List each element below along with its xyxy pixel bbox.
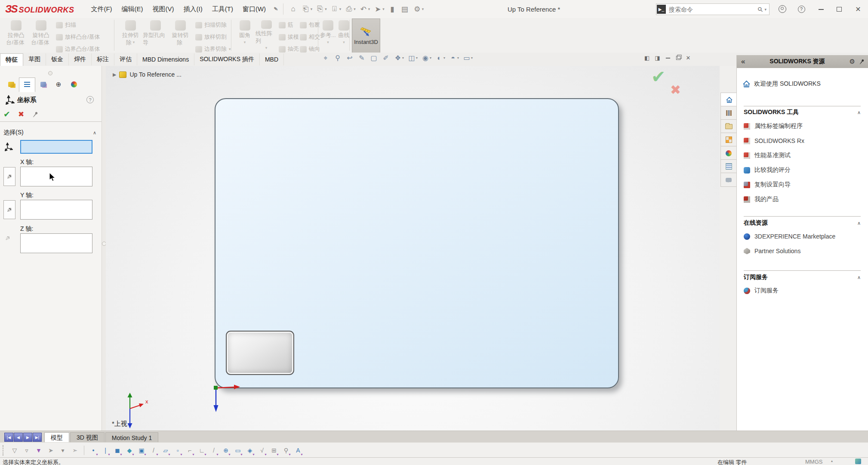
commandmanager-tab[interactable]: MBD xyxy=(260,53,284,65)
headsup-button[interactable]: ✐ xyxy=(381,54,391,62)
dropdown-caret-icon[interactable]: ▾ xyxy=(325,7,327,11)
menu-item[interactable]: 窗口(W) xyxy=(238,3,271,16)
search-input[interactable] xyxy=(666,6,758,13)
filter-button[interactable]: ∟ xyxy=(197,446,206,455)
dropdown-caret-icon[interactable]: ▾ xyxy=(354,7,356,11)
ribbon-small-button[interactable]: 扫描切除 xyxy=(195,21,231,29)
ribbon-big-button[interactable]: 线性阵列 ▾ xyxy=(255,19,277,52)
search-caret-icon[interactable]: ▾ xyxy=(764,7,766,12)
document-tab[interactable]: Motion Study 1 xyxy=(105,432,158,443)
quickbar-button[interactable]: ➤ ▾ xyxy=(372,4,386,15)
commandmanager-tab[interactable]: 评估 xyxy=(114,53,137,65)
panel-collapse-handle[interactable] xyxy=(48,71,52,75)
x-axis-reverse-button[interactable] xyxy=(3,167,15,186)
units-selector[interactable]: MMGS xyxy=(805,459,822,465)
part-boss-feature[interactable] xyxy=(226,331,294,375)
dropdown-caret-icon[interactable]: ▾ xyxy=(339,7,342,11)
dropdown-caret-icon[interactable]: ▾ xyxy=(422,7,424,11)
tab-configurationmanager[interactable] xyxy=(35,78,51,91)
quickbar-button[interactable]: ⎘ ▾ xyxy=(314,4,328,14)
tab-view-palette[interactable] xyxy=(720,133,736,147)
filter-button[interactable]: ▽ xyxy=(10,446,19,455)
quickbar-button[interactable]: ⌂ xyxy=(288,4,299,14)
taskpane-item[interactable]: 性能基准测试 xyxy=(744,148,864,163)
prev-tab-button[interactable]: ◀ xyxy=(14,433,23,442)
dropdown-caret-icon[interactable]: ▾ xyxy=(471,56,473,60)
quickbar-button[interactable]: ⎙ ▾ xyxy=(343,4,357,14)
cancel-button[interactable]: ✖ xyxy=(18,110,24,119)
y-axis-input[interactable] xyxy=(20,200,92,220)
first-tab-button[interactable]: |◀ xyxy=(4,433,13,442)
ribbon-small-button[interactable]: 抽壳 xyxy=(279,45,299,53)
toolbar-drag-handle[interactable] xyxy=(3,445,5,456)
tab-design-library[interactable] xyxy=(720,106,736,120)
menu-item[interactable]: 文件(F) xyxy=(86,3,117,16)
collapse-chevron-icon[interactable]: ∧ xyxy=(857,275,861,280)
quickbar-button[interactable]: ⍗ ▾ xyxy=(329,4,343,14)
taskpane-item[interactable]: Partner Solutions xyxy=(744,244,864,258)
gear-icon[interactable]: ⚙ xyxy=(850,58,855,65)
commandmanager-tab[interactable]: 草图 xyxy=(23,53,46,65)
taskpane-item[interactable]: 订阅服务 xyxy=(744,283,864,298)
taskpane-item[interactable]: 比较我的评分 xyxy=(744,163,864,177)
help-icon[interactable]: ? xyxy=(86,96,94,103)
confirm-cancel-icon[interactable]: ✖ xyxy=(670,82,681,97)
pin-icon[interactable] xyxy=(857,57,866,66)
section-header-online[interactable]: 在线资源 ∧ xyxy=(744,219,861,227)
ribbon-small-button[interactable]: 拔模 xyxy=(279,33,299,41)
commandmanager-tab[interactable]: 特征 xyxy=(0,53,23,66)
quickbar-button[interactable]: ⎗ ▾ xyxy=(300,4,314,14)
filter-button[interactable]: / xyxy=(209,446,219,455)
filter-button[interactable]: ▫ xyxy=(173,446,182,455)
z-axis-reverse-button[interactable] xyxy=(4,235,11,242)
ribbon-big-button[interactable]: 旋转切 除 xyxy=(168,19,193,52)
ribbon-small-button[interactable]: 筋 xyxy=(279,21,299,29)
section-header-tools[interactable]: SOLIDWORKS 工具 ∧ xyxy=(744,108,861,116)
collapse-chevron-icon[interactable]: ∧ xyxy=(857,220,861,226)
dropdown-caret-icon[interactable]: ▾ xyxy=(443,56,445,60)
filter-button[interactable]: ◈ xyxy=(245,446,255,455)
minimize-button[interactable] xyxy=(814,0,828,18)
headsup-button[interactable]: ⌖ xyxy=(320,54,331,62)
headsup-button[interactable]: ◫ ▾ xyxy=(406,54,419,62)
commandmanager-tab[interactable]: 标注 xyxy=(92,53,114,65)
tag-icon[interactable] xyxy=(855,459,861,464)
dropdown-caret-icon[interactable]: ▾ xyxy=(382,7,385,11)
filter-button[interactable]: ▣ xyxy=(137,446,146,455)
filter-button[interactable]: ⚲ xyxy=(281,446,291,455)
dropdown-caret-icon[interactable]: ▾ xyxy=(457,56,459,60)
selection-group-header[interactable]: 选择(S) ∧ xyxy=(0,127,102,138)
ribbon-small-button[interactable]: 相交 xyxy=(300,33,320,41)
dropdown-caret-icon[interactable]: ▾ xyxy=(430,56,431,60)
taskpane-item[interactable]: SOLIDWORKS Rx xyxy=(744,133,864,148)
selection-input[interactable] xyxy=(20,140,92,154)
dropdown-caret-icon[interactable]: ▾ xyxy=(368,7,370,11)
ribbon-small-button[interactable]: 镜向 xyxy=(300,45,320,53)
welcome-link[interactable]: 欢迎使用 SOLIDWORKS xyxy=(743,80,821,88)
section-header-subscription[interactable]: 订阅服务 ∧ xyxy=(744,273,861,281)
ribbon-big-button[interactable]: 拉伸凸 台/基体 xyxy=(3,19,28,52)
filter-button[interactable]: ▼ xyxy=(34,446,43,455)
filter-button[interactable]: • xyxy=(89,446,98,455)
command-search[interactable]: ▶_ ⚲ ▾ xyxy=(656,3,770,15)
pane-split-right-icon[interactable]: ◨ xyxy=(655,55,660,61)
ribbon-small-button[interactable]: 包覆 xyxy=(300,21,320,29)
help-button[interactable]: ? xyxy=(794,0,809,18)
collapse-chevron-icon[interactable]: ∧ xyxy=(857,110,861,115)
collapse-chevron-icon[interactable]: ∧ xyxy=(93,130,96,136)
filter-button[interactable]: ◆ xyxy=(125,446,134,455)
tab-solidworks-resources[interactable] xyxy=(720,93,737,107)
menu-item[interactable]: 编辑(E) xyxy=(117,3,148,16)
ribbon-small-button[interactable]: 边界切除 ▾ xyxy=(195,45,231,53)
tab-appearances[interactable] xyxy=(720,146,736,160)
next-tab-button[interactable]: ▶ xyxy=(23,433,32,442)
ribbon-big-button[interactable]: 参考... ▾ xyxy=(320,19,336,52)
ribbon-small-button[interactable]: 放样凸台/基体 xyxy=(56,33,102,41)
filter-button[interactable]: ⌐ xyxy=(185,446,194,455)
taskpane-item[interactable]: 3DEXPERIENCE Marketplace xyxy=(744,229,864,244)
headsup-button[interactable]: ↩ xyxy=(345,54,355,62)
ribbon-small-button[interactable]: 边界凸台/基体 xyxy=(56,45,102,53)
filter-button[interactable]: ⊞ xyxy=(269,446,279,455)
tab-file-explorer[interactable] xyxy=(720,119,736,133)
expand-tree-icon[interactable]: ▶ xyxy=(113,72,116,78)
